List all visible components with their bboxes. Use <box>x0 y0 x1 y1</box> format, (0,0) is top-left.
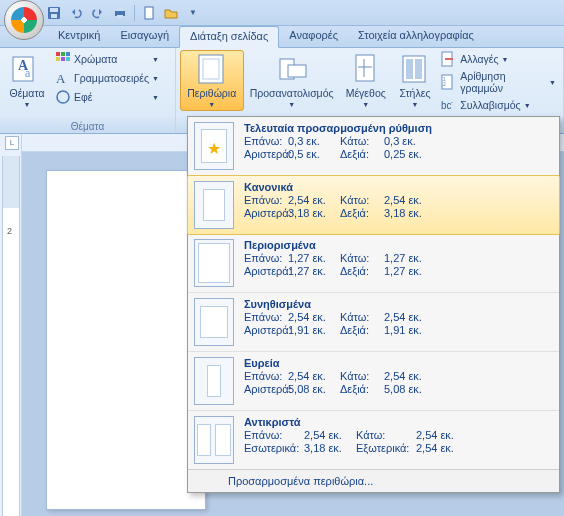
theme-effects-label: Εφέ <box>74 91 93 103</box>
svg-text:a: a <box>25 66 31 80</box>
margins-option-title: Αντικριστά <box>244 416 553 428</box>
margins-thumb-icon <box>194 416 234 464</box>
svg-rect-21 <box>288 65 306 77</box>
svg-rect-2 <box>51 14 57 18</box>
svg-rect-24 <box>406 59 413 79</box>
margins-option-title: Συνηθισμένα <box>244 298 553 310</box>
chevron-down-icon: ▼ <box>524 102 531 109</box>
fonts-icon: A <box>55 70 71 86</box>
label: Κάτω: <box>340 252 384 264</box>
custom-margins-menu-item[interactable]: Προσαρμοσμένα περιθώρια... <box>188 469 559 492</box>
breaks-icon <box>441 51 457 67</box>
svg-rect-12 <box>66 52 70 56</box>
group-themes-label: Θέματα <box>4 121 171 133</box>
margins-option-5[interactable]: ΑντικριστάΕπάνω:2,54 εκ.Κάτω:2,54 εκ.Εσω… <box>188 411 559 469</box>
margins-option-0[interactable]: ★Τελευταία προσαρμοσμένη ρύθμισηΕπάνω:0,… <box>188 117 559 176</box>
tab-insert[interactable]: Εισαγωγή <box>110 26 179 47</box>
label: Επάνω: <box>244 370 288 382</box>
label: Δεξιά: <box>340 207 384 219</box>
chevron-down-icon: ▼ <box>411 101 418 108</box>
page-setup-orientation-button[interactable]: Προσανατολισμός ▼ <box>246 50 338 111</box>
label: Κάτω: <box>356 429 416 441</box>
chevron-down-icon: ▼ <box>502 56 509 63</box>
ribbon-tab-bar: Κεντρική Εισαγωγή Διάταξη σελίδας Αναφορ… <box>0 26 564 48</box>
value: 1,27 εκ. <box>288 252 340 264</box>
value: 5,08 εκ. <box>288 383 340 395</box>
label: Αριστερά: <box>244 207 288 219</box>
qat-customize-dropdown[interactable]: ▼ <box>185 5 201 21</box>
effects-icon <box>55 89 71 105</box>
margins-icon <box>196 53 228 85</box>
label: Δεξιά: <box>340 148 384 160</box>
title-bar: ▼ <box>0 0 564 26</box>
theme-fonts-label: Γραμματοσειρές <box>74 72 149 84</box>
value: 1,91 εκ. <box>384 324 436 336</box>
chevron-down-icon: ▼ <box>24 101 31 108</box>
theme-colors-button[interactable]: Χρώματα ▼ <box>52 50 162 68</box>
tab-page-layout[interactable]: Διάταξη σελίδας <box>179 26 279 48</box>
margins-option-4[interactable]: ΕυρείαΕπάνω:2,54 εκ.Κάτω:2,54 εκ.Αριστερ… <box>188 352 559 411</box>
label: Κάτω: <box>340 194 384 206</box>
label: Επάνω: <box>244 194 288 206</box>
qat-print-icon[interactable] <box>112 5 128 21</box>
office-button[interactable] <box>4 0 44 40</box>
svg-rect-15 <box>66 57 70 61</box>
theme-effects-button[interactable]: Εφέ ▼ <box>52 88 162 106</box>
value: 2,54 εκ. <box>288 194 340 206</box>
label: Αριστερά: <box>244 324 288 336</box>
margins-dropdown-menu: ★Τελευταία προσαρμοσμένη ρύθμισηΕπάνω:0,… <box>187 116 560 493</box>
svg-rect-5 <box>117 15 123 18</box>
chevron-down-icon: ▼ <box>208 101 215 108</box>
vertical-ruler[interactable]: 2 <box>2 156 20 516</box>
qat-save-icon[interactable] <box>46 5 62 21</box>
page-setup-margins-button[interactable]: Περιθώρια ▼ <box>180 50 244 111</box>
qat-new-icon[interactable] <box>141 5 157 21</box>
label: Δεξιά: <box>340 265 384 277</box>
size-label: Μέγεθος <box>346 87 386 99</box>
svg-rect-1 <box>50 8 58 12</box>
margins-option-2[interactable]: ΠεριορισμέναΕπάνω:1,27 εκ.Κάτω:1,27 εκ.Α… <box>188 234 559 293</box>
label: Δεξιά: <box>340 324 384 336</box>
label: Επάνω: <box>244 252 288 264</box>
svg-rect-6 <box>145 7 153 19</box>
line-numbers-label: Αρίθμηση γραμμών <box>460 70 546 94</box>
value: 5,08 εκ. <box>384 383 436 395</box>
chevron-down-icon: ▼ <box>152 94 159 101</box>
label: Αριστερά: <box>244 148 288 160</box>
value: 2,54 εκ. <box>384 311 436 323</box>
page-setup-line-numbers-button[interactable]: 12 Αρίθμηση γραμμών ▼ <box>438 69 559 95</box>
qat-undo-icon[interactable] <box>68 5 84 21</box>
svg-text:bc: bc <box>441 100 452 111</box>
margins-option-title: Κανονικά <box>244 181 553 193</box>
label: Επάνω: <box>244 429 304 441</box>
tab-mailings[interactable]: Στοιχεία αλληλογραφίας <box>348 26 484 47</box>
margins-option-3[interactable]: ΣυνηθισμέναΕπάνω:2,54 εκ.Κάτω:2,54 εκ.Αρ… <box>188 293 559 352</box>
svg-rect-13 <box>56 57 60 61</box>
label: Επάνω: <box>244 135 288 147</box>
hyphenation-label: Συλλαβισμός <box>460 99 520 111</box>
columns-icon <box>399 53 431 85</box>
qat-redo-icon[interactable] <box>90 5 106 21</box>
chevron-down-icon: ▼ <box>152 75 159 82</box>
themes-button[interactable]: Aa Θέματα ▼ <box>4 50 50 111</box>
margins-thumb-icon <box>194 298 234 346</box>
svg-rect-14 <box>61 57 65 61</box>
page-setup-hyphenation-button[interactable]: bc- Συλλαβισμός ▼ <box>438 96 559 114</box>
margins-option-1[interactable]: ΚανονικάΕπάνω:2,54 εκ.Κάτω:2,54 εκ.Αριστ… <box>187 175 560 235</box>
svg-rect-25 <box>415 59 422 79</box>
chevron-down-icon: ▼ <box>362 101 369 108</box>
office-logo-icon <box>11 7 37 33</box>
page-setup-breaks-button[interactable]: Αλλαγές ▼ <box>438 50 559 68</box>
size-icon <box>350 53 382 85</box>
svg-rect-11 <box>61 52 65 56</box>
tab-references[interactable]: Αναφορές <box>279 26 348 47</box>
qat-open-icon[interactable] <box>163 5 179 21</box>
svg-point-17 <box>57 91 69 103</box>
tab-home[interactable]: Κεντρική <box>48 26 110 47</box>
margins-thumb-icon: ★ <box>194 122 234 170</box>
theme-fonts-button[interactable]: A Γραμματοσειρές ▼ <box>52 69 162 87</box>
label: Εξωτερικά: <box>356 442 416 454</box>
tab-selector[interactable]: L <box>5 136 19 150</box>
page-setup-size-button[interactable]: Μέγεθος ▼ <box>340 50 392 111</box>
page-setup-columns-button[interactable]: Στήλες ▼ <box>394 50 436 111</box>
